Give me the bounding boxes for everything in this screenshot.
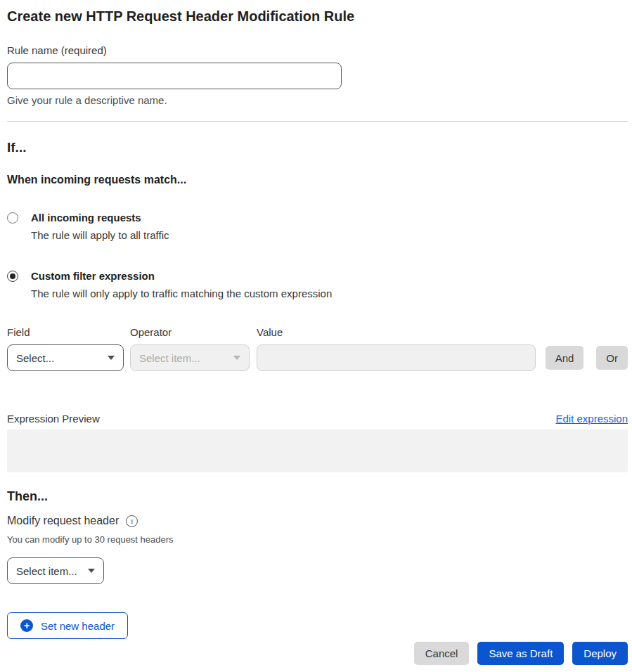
radio-button[interactable] <box>7 212 18 224</box>
then-section-heading: Then... <box>7 489 628 504</box>
rule-name-label: Rule name (required) <box>7 44 628 57</box>
expression-preview-row: Expression Preview Edit expression <box>7 412 628 425</box>
rule-name-helper: Give your rule a descriptive name. <box>7 93 628 107</box>
value-label: Value <box>257 326 536 339</box>
operator-label: Operator <box>130 326 250 339</box>
radio-option-custom-expression[interactable]: Custom filter expression The rule will o… <box>7 269 628 301</box>
header-item-select[interactable]: Select item... <box>7 557 104 584</box>
radio-description: The rule will apply to all traffic <box>31 228 169 243</box>
value-column: Value <box>257 326 536 371</box>
save-as-draft-button[interactable]: Save as Draft <box>477 642 564 665</box>
radio-label[interactable]: Custom filter expression <box>31 269 332 283</box>
expression-builder-row: Field Select... Operator Select item... … <box>7 326 628 371</box>
expression-preview-box <box>7 429 628 472</box>
deploy-button[interactable]: Deploy <box>572 642 628 665</box>
if-section-heading: If... <box>7 140 628 155</box>
modify-header-helper: You can modify up to 30 request headers <box>7 534 628 545</box>
set-new-header-button[interactable]: + Set new header <box>7 612 128 639</box>
operator-select[interactable]: Select item... <box>130 344 250 371</box>
header-item-select-value: Select item... <box>16 565 77 577</box>
plus-icon: + <box>20 619 33 632</box>
or-button[interactable]: Or <box>596 346 628 370</box>
section-divider <box>7 121 628 122</box>
page-title: Create new HTTP Request Header Modificat… <box>7 7 628 25</box>
field-label: Field <box>7 326 124 339</box>
radio-label[interactable]: All incoming requests <box>31 211 169 225</box>
and-button[interactable]: And <box>546 346 584 370</box>
expression-preview-label: Expression Preview <box>7 412 100 425</box>
chevron-down-icon <box>108 356 115 360</box>
radio-option-texts: All incoming requests The rule will appl… <box>31 211 169 243</box>
edit-expression-link[interactable]: Edit expression <box>555 413 628 425</box>
radio-button[interactable] <box>7 271 18 282</box>
field-column: Field Select... <box>7 326 124 371</box>
modify-header-row: Modify request header i <box>7 514 628 528</box>
radio-description: The rule will only apply to traffic matc… <box>31 287 332 301</box>
radio-option-all-requests[interactable]: All incoming requests The rule will appl… <box>7 211 628 243</box>
field-select-value: Select... <box>16 352 54 364</box>
field-select[interactable]: Select... <box>7 344 124 371</box>
radio-option-texts: Custom filter expression The rule will o… <box>31 269 332 301</box>
value-input[interactable] <box>257 344 536 371</box>
operator-select-value: Select item... <box>139 352 200 364</box>
operator-column: Operator Select item... <box>130 326 250 371</box>
chevron-down-icon <box>88 569 95 573</box>
set-new-header-label: Set new header <box>41 620 115 632</box>
rule-name-input[interactable] <box>7 63 342 89</box>
cancel-button[interactable]: Cancel <box>414 642 470 665</box>
modify-header-label: Modify request header <box>7 514 119 528</box>
create-rule-form: Create new HTTP Request Header Modificat… <box>0 0 632 672</box>
chevron-down-icon <box>233 356 240 360</box>
match-subheading: When incoming requests match... <box>7 172 628 187</box>
info-icon[interactable]: i <box>126 515 138 527</box>
footer-actions: Cancel Save as Draft Deploy <box>7 642 628 665</box>
